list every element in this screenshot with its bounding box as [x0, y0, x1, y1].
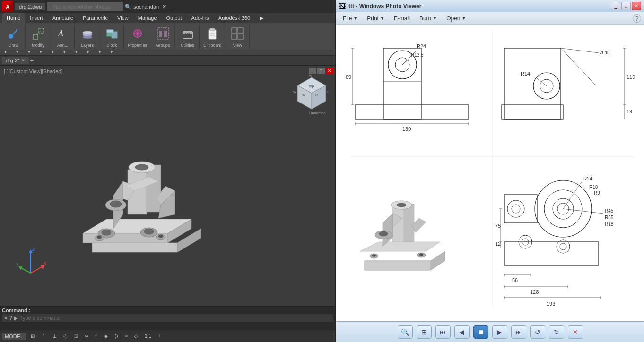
drawing-area: R24 R12.5 89 130	[336, 25, 644, 321]
view-cube[interactable]: top R W Unnamed N E W	[293, 75, 331, 122]
viewport-restore[interactable]: □	[317, 68, 325, 74]
viewport-minimize[interactable]: _	[309, 68, 316, 74]
block-dropdown[interactable]	[49, 50, 56, 54]
tab-annotate[interactable]: Annotate	[48, 13, 78, 23]
dynin-btn[interactable]: ⟨⟩	[113, 333, 120, 339]
draw-label: Draw	[9, 43, 18, 48]
util-dropdown[interactable]	[85, 50, 92, 54]
tab-addins[interactable]: Add-ins	[187, 13, 214, 23]
nav-delete[interactable]: ✕	[568, 325, 583, 339]
ann-dropdown[interactable]	[26, 50, 33, 54]
groups-dropdown[interactable]	[73, 50, 80, 54]
command-input[interactable]	[20, 315, 331, 321]
model-space-btn[interactable]: MODEL	[2, 333, 26, 340]
properties-label: Properties	[128, 43, 147, 48]
nav-search[interactable]: 🔍	[398, 325, 413, 339]
clipboard-button[interactable]	[204, 25, 221, 42]
file-tab[interactable]: drg 2.dwg	[15, 3, 45, 10]
nav-rotate-left[interactable]: ↺	[530, 325, 545, 339]
tab-insert[interactable]: Insert	[25, 13, 48, 23]
pv-help-button[interactable]: ?	[633, 14, 641, 23]
keyword-search[interactable]	[47, 2, 123, 11]
osnap-btn[interactable]: ⊡	[72, 333, 80, 339]
svg-text:R18: R18	[605, 222, 614, 227]
svg-rect-18	[159, 31, 162, 34]
pv-menu-file[interactable]: File ▼	[339, 14, 361, 23]
close-btn[interactable]: ✕	[161, 4, 168, 10]
pv-close[interactable]: ✕	[632, 2, 641, 10]
tab-output[interactable]: Output	[162, 13, 187, 23]
nav-next[interactable]: ▶	[492, 325, 507, 339]
pv-menu-print[interactable]: Print ▼	[363, 14, 388, 23]
sc-btn[interactable]: 1:1	[143, 333, 153, 339]
utilities-icons: 123	[179, 25, 196, 42]
annotate-button[interactable]: A	[54, 25, 71, 42]
svg-text:56: 56	[512, 277, 518, 283]
snap-btn[interactable]: ⋮	[39, 333, 48, 339]
props-dropdown[interactable]	[61, 50, 68, 54]
3d-viewport[interactable]: _ □ ✕ [-][Custom View][Shaded]	[0, 66, 335, 306]
cmd-question[interactable]: ?	[9, 316, 12, 321]
pv-minimize[interactable]: _	[611, 2, 620, 10]
group-utilities: 123 Utilities	[176, 24, 200, 49]
svg-point-40	[102, 230, 111, 235]
qp-btn[interactable]: ◇	[132, 333, 140, 339]
nav-play[interactable]: ⏹	[473, 325, 488, 339]
modify-button[interactable]	[30, 25, 47, 42]
grid-btn[interactable]: ⊞	[29, 333, 36, 339]
nav-last[interactable]: ⏭	[511, 325, 526, 339]
viewport-label: [-][Custom View][Shaded]	[4, 68, 63, 74]
svg-text:19: 19	[627, 109, 632, 114]
viewport-close[interactable]: ✕	[326, 68, 333, 74]
draw-button[interactable]	[5, 25, 22, 42]
tab-manage[interactable]: Manage	[133, 13, 162, 23]
email-label: E-mail	[394, 15, 410, 22]
transparency-btn[interactable]: ◈	[102, 333, 110, 339]
pv-menu-burn[interactable]: Burn ▼	[416, 14, 441, 23]
annotate-icons: A	[54, 25, 71, 42]
otrack-btn[interactable]: ∞	[83, 333, 90, 339]
tab-close[interactable]: ✕	[21, 58, 25, 63]
properties-icons	[129, 25, 146, 42]
svg-text:R9: R9	[594, 190, 600, 196]
svg-text:128: 128	[530, 289, 539, 295]
block-button[interactable]	[104, 25, 121, 42]
ortho-btn[interactable]: ⊥	[51, 333, 59, 339]
view-cube-svg: top R W Unnamed N E W	[293, 75, 331, 118]
tab-more[interactable]: ▶	[255, 13, 268, 23]
tab-home[interactable]: Home	[2, 13, 25, 23]
ribbon-dropdowns	[0, 50, 335, 55]
view-button[interactable]	[229, 25, 246, 42]
tab-autodesk360[interactable]: Autodesk 360	[214, 13, 255, 23]
tab-parametric[interactable]: Parametric	[78, 13, 113, 23]
modify-dropdown[interactable]	[14, 50, 21, 54]
linewidth-btn[interactable]: ━	[123, 333, 130, 339]
pv-maximize[interactable]: □	[621, 2, 631, 10]
min-btn[interactable]: _	[170, 4, 175, 9]
svg-text:R35: R35	[605, 215, 614, 220]
nav-rotate-right[interactable]: ↻	[549, 325, 564, 339]
groups-button[interactable]	[155, 25, 172, 42]
utilities-button[interactable]: 123	[179, 25, 196, 42]
pv-menu-open[interactable]: Open ▼	[443, 14, 470, 23]
polar-btn[interactable]: ◎	[61, 333, 70, 339]
autocad-window: A drg 2.dwg 🔍 sochandan ✕ _ Home Insert …	[0, 0, 336, 342]
clip-dropdown[interactable]	[96, 50, 104, 54]
draw-dropdown[interactable]	[2, 50, 9, 54]
new-tab-button[interactable]: +	[30, 57, 34, 64]
nav-first[interactable]: ⏮	[435, 325, 451, 339]
viewport-tab-drg2[interactable]: drg 2* ✕	[2, 57, 29, 64]
anno-btn[interactable]: +	[156, 333, 163, 339]
ribbon-tabs: Home Insert Annotate Parametric View Man…	[0, 13, 335, 23]
view-dropdown[interactable]	[108, 50, 115, 54]
nav-prev[interactable]: ◀	[454, 325, 470, 339]
layers-button[interactable]	[79, 25, 96, 42]
layers-dropdown[interactable]	[37, 50, 44, 54]
lineweight-btn[interactable]: ≡	[93, 333, 99, 339]
properties-button[interactable]	[129, 25, 146, 42]
cmd-cancel[interactable]: ✕	[4, 316, 8, 321]
tab-view[interactable]: View	[113, 13, 133, 23]
nav-display[interactable]: ⊞	[417, 325, 432, 339]
pv-menu-email[interactable]: E-mail	[390, 14, 414, 23]
cmd-arrow[interactable]: ▶	[14, 316, 18, 321]
